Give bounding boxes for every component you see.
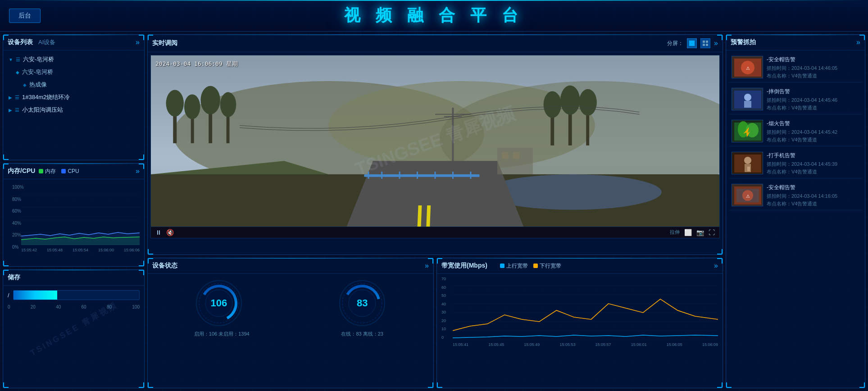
road-scene-svg bbox=[151, 55, 719, 227]
alert-type-5: -安全帽告警 bbox=[767, 184, 859, 191]
gauge-online-label: 在线：83 离线：23 bbox=[337, 331, 387, 337]
tree-item-node1-2[interactable]: ◆ 热成像 bbox=[5, 78, 142, 91]
screenshot-button[interactable]: 📷 bbox=[696, 229, 704, 236]
alert-time-2: 抓拍时间：2024-03-04 14:45:46 bbox=[767, 97, 859, 104]
alert-thumb-svg-4 bbox=[732, 152, 763, 174]
gauge-online: 83 bbox=[337, 278, 387, 328]
video-right-controls: 拉伸 ⬜ 📷 ⛶ bbox=[670, 229, 715, 236]
alert-item-5[interactable]: ⚠ -安全帽告警 抓拍时间：2024-03-04 14:16:05 布点名称：V… bbox=[729, 181, 862, 210]
left-panel: 设备列表 AI设备 » ▼ ☰ 六安-皂河桥 ◆ 六安-皂河桥 ◆ 热成像 bbox=[3, 34, 145, 388]
tree-item-node2[interactable]: ▶ ☰ 1#384m2烧结环冷 bbox=[5, 91, 142, 104]
device-list-panel: 设备列表 AI设备 » ▼ ☰ 六安-皂河桥 ◆ 六安-皂河桥 ◆ 热成像 bbox=[3, 34, 145, 160]
tree-item-label: 小太阳沟调压站 bbox=[22, 106, 63, 114]
alert-title: 预警抓拍 bbox=[731, 38, 756, 46]
svg-rect-74 bbox=[744, 101, 751, 108]
tree-item-node1[interactable]: ▼ ☰ 六安-皂河桥 bbox=[5, 53, 142, 66]
storage-content: / 0 20 40 60 80 100 TSINGSEE 青犀视频 bbox=[3, 286, 144, 314]
axis-60: 60 bbox=[82, 305, 86, 309]
tree-item-label: 六安-皂河桥 bbox=[22, 68, 53, 76]
bw-y-70: 70 bbox=[441, 277, 453, 281]
cpu-memory-panel: 内存/CPU 内存 CPU » 100% 8 bbox=[3, 163, 145, 267]
axis-20: 20 bbox=[31, 305, 36, 309]
tree-item-label: 1#384m2烧结环冷 bbox=[22, 93, 70, 101]
bw-x-7: 15:06:05 bbox=[667, 342, 682, 347]
pause-button[interactable]: ⏸ bbox=[155, 229, 162, 236]
alert-thumb-svg-3 bbox=[732, 120, 763, 142]
svg-point-73 bbox=[744, 94, 751, 101]
gauge-online-info: 在线：83 离线：23 bbox=[337, 331, 387, 337]
bw-y-20: 20 bbox=[441, 318, 453, 323]
split-1-icon bbox=[689, 40, 695, 46]
gauge-active-info: 启用：106 未启用：1394 bbox=[194, 331, 250, 337]
center-panel: 实时调阅 分屏： bbox=[147, 34, 723, 388]
x-label-5: 15:06:06 bbox=[124, 248, 140, 252]
alert-item-1[interactable]: ⚠ -安全帽告警 抓拍时间：2024-03-04 14:46:05 布点名称：V… bbox=[729, 53, 862, 82]
bw-x-1: 15:05:41 bbox=[453, 342, 468, 347]
svg-rect-8 bbox=[689, 41, 695, 46]
cpu-legend: 内存 CPU bbox=[39, 168, 79, 175]
alert-time-4: 抓拍时间：2024-03-04 14:45:39 bbox=[767, 161, 859, 168]
record-button[interactable]: ⬜ bbox=[684, 229, 692, 236]
main-layout: 设备列表 AI设备 » ▼ ☰ 六安-皂河桥 ◆ 六安-皂河桥 ◆ 热成像 bbox=[0, 32, 868, 391]
expand-arrow: ▼ bbox=[9, 57, 13, 62]
split-btn-1[interactable] bbox=[687, 38, 697, 48]
download-legend: 下行宽带 bbox=[533, 262, 561, 270]
alert-item-3[interactable]: -烟火告警 抓拍时间：2024-03-04 14:45:42 布点名称：V4告警… bbox=[729, 117, 862, 146]
x-label-3: 15:05:54 bbox=[73, 248, 88, 252]
alert-info-3: -烟火告警 抓拍时间：2024-03-04 14:45:42 布点名称：V4告警… bbox=[767, 120, 859, 143]
device-tree: ▼ ☰ 六安-皂河桥 ◆ 六安-皂河桥 ◆ 热成像 ▶ ☰ 1#384m2烧结环… bbox=[3, 50, 144, 119]
svg-text:⚠: ⚠ bbox=[746, 194, 750, 199]
expand-arrow: ▶ bbox=[9, 95, 12, 100]
bw-x-5: 15:05:57 bbox=[595, 342, 611, 347]
storage-bar-bg bbox=[13, 290, 140, 300]
bandwidth-panel: 带宽使用(Mbps) 上行宽带 下行宽带 » bbox=[436, 258, 723, 388]
gauge-container-2: 83 在线：83 离线：23 bbox=[337, 278, 387, 337]
alert-thumb-svg-1: ⚠ bbox=[732, 56, 763, 78]
bw-x-2: 15:05:45 bbox=[488, 342, 504, 347]
svg-rect-11 bbox=[703, 44, 705, 46]
split-4-icon bbox=[702, 40, 709, 46]
svg-point-24 bbox=[220, 92, 236, 117]
folder-icon: ☰ bbox=[15, 107, 19, 113]
alert-item-2[interactable]: -摔倒告警 抓拍时间：2024-03-04 14:45:46 布点名称：V4告警… bbox=[729, 85, 862, 114]
folder-icon: ☰ bbox=[16, 57, 20, 63]
device-status-header: 设备状态 » bbox=[148, 258, 433, 274]
storage-axis: 0 20 40 60 80 100 bbox=[8, 305, 140, 309]
header: 后台 视 频 融 合 平 台 bbox=[0, 0, 868, 32]
alert-location-5: 布点名称：V4告警通道 bbox=[767, 200, 859, 207]
bw-x-6: 15:06:01 bbox=[631, 342, 647, 347]
device-list-subtitle: AI设备 bbox=[38, 38, 55, 46]
camera-icon: ◆ bbox=[16, 70, 19, 75]
bandwidth-title: 带宽使用(Mbps) bbox=[441, 262, 487, 270]
svg-rect-10 bbox=[706, 41, 708, 43]
axis-0: 0 bbox=[8, 305, 10, 309]
svg-rect-49 bbox=[502, 152, 509, 159]
gauge-container-1: 106 启用：106 未启用：1394 bbox=[194, 278, 250, 337]
back-button[interactable]: 后台 bbox=[9, 9, 41, 23]
alert-thumb-3 bbox=[732, 120, 763, 142]
mute-button[interactable]: 🔇 bbox=[166, 229, 174, 236]
gauge-active: 106 bbox=[194, 278, 244, 328]
svg-point-26 bbox=[544, 91, 561, 118]
bw-chart-svg bbox=[453, 277, 718, 340]
storage-drive-label: / bbox=[8, 292, 9, 299]
fullscreen-button[interactable]: ⛶ bbox=[709, 229, 715, 236]
bw-y-50: 50 bbox=[441, 293, 453, 298]
cpu-x-labels: 15:05:42 15:05:48 15:05:54 15:06:00 15:0… bbox=[21, 247, 140, 253]
gauge-active-label: 启用：106 未启用：1394 bbox=[194, 331, 250, 337]
alert-thumb-5: ⚠ bbox=[732, 184, 763, 206]
tree-item-node3[interactable]: ▶ ☰ 小太阳沟调压站 bbox=[5, 104, 142, 116]
video-expand[interactable]: » bbox=[714, 39, 718, 47]
video-area: 2024-03-04 16:06:09 星期 TSINGSEE 青犀视频 ⏸ 🔇… bbox=[150, 55, 720, 238]
cpu-legend-item: CPU bbox=[61, 168, 79, 174]
video-controls-right: 分屏： » bbox=[667, 38, 718, 48]
svg-rect-12 bbox=[706, 44, 708, 46]
memory-legend: 内存 bbox=[39, 168, 56, 175]
alert-info-4: -打手机告警 抓拍时间：2024-03-04 14:45:39 布点名称：V4告… bbox=[767, 152, 859, 175]
alert-item-4[interactable]: -打手机告警 抓拍时间：2024-03-04 14:45:39 布点名称：V4告… bbox=[729, 149, 862, 178]
video-timestamp: 2024-03-04 16:06:09 星期 bbox=[155, 60, 238, 68]
header-decoration bbox=[0, 0, 868, 1]
tree-item-node1-1[interactable]: ◆ 六安-皂河桥 bbox=[5, 66, 142, 78]
svg-text:⚠: ⚠ bbox=[746, 66, 750, 71]
split-btn-4[interactable] bbox=[700, 38, 710, 48]
